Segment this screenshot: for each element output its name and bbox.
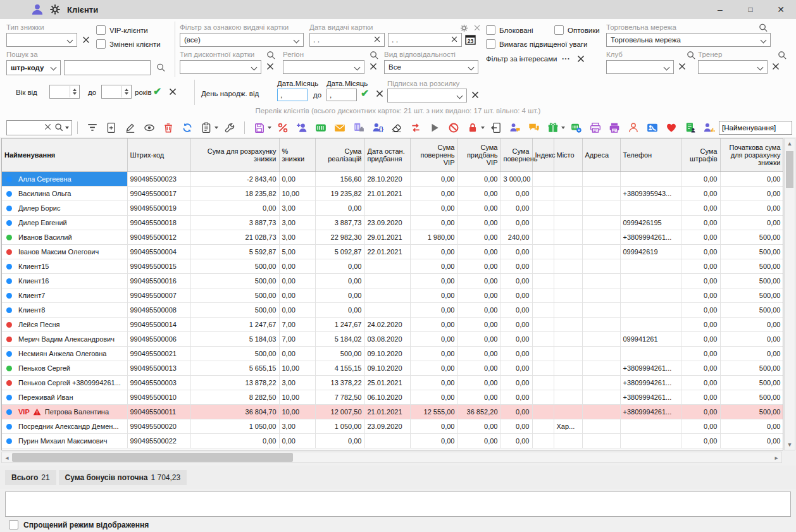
table-cell[interactable] xyxy=(582,288,620,303)
table-cell[interactable] xyxy=(532,361,554,376)
clear-date-from-icon[interactable] xyxy=(373,35,381,45)
client-name-cell[interactable]: Василина Ольга xyxy=(2,187,127,201)
table-cell[interactable] xyxy=(554,172,582,187)
interests-more-button[interactable]: ... xyxy=(562,53,570,61)
table-cell[interactable]: 0,00 xyxy=(457,245,501,259)
table-cell[interactable]: 0,00 xyxy=(410,259,457,274)
table-cell[interactable]: 09.10.2020 xyxy=(364,347,410,361)
table-cell[interactable]: 7 782,50 xyxy=(315,390,364,405)
report-person-icon[interactable] xyxy=(684,121,697,134)
table-cell[interactable]: 0999426195 xyxy=(620,216,681,230)
card-issue-select[interactable]: (все) xyxy=(180,33,304,47)
person-chat-icon[interactable] xyxy=(509,121,521,134)
table-cell[interactable] xyxy=(532,187,554,201)
table-cell[interactable]: 990495500014 xyxy=(127,318,190,332)
table-cell[interactable]: 0,00 xyxy=(720,419,783,434)
column-header[interactable]: Сума штрафів xyxy=(681,139,720,172)
table-cell[interactable] xyxy=(582,245,620,259)
table-row[interactable]: Лейся Песня9904955000141 247,677,001 247… xyxy=(2,318,783,332)
table-cell[interactable] xyxy=(532,230,554,245)
table-cell[interactable]: 990495500012 xyxy=(127,230,190,245)
search-by-select[interactable]: штр-коду xyxy=(6,60,61,75)
table-cell[interactable]: Хар... xyxy=(554,419,582,434)
table-cell[interactable]: 990495500013 xyxy=(127,361,190,376)
table-cell[interactable]: 500,00 xyxy=(720,288,783,303)
paste-icon[interactable] xyxy=(200,121,213,134)
table-cell[interactable] xyxy=(554,187,582,201)
age-to-stepper[interactable] xyxy=(101,85,132,99)
column-header[interactable]: % знижки xyxy=(279,139,315,172)
client-name-cell[interactable]: Дилер Евгений xyxy=(2,216,127,230)
table-cell[interactable]: 24.02.2020 xyxy=(364,318,410,332)
table-cell[interactable] xyxy=(582,361,620,376)
vip-clients-checkbox[interactable]: VIP-клієнти xyxy=(96,25,148,35)
table-cell[interactable] xyxy=(582,376,620,390)
table-cell[interactable]: 990495500008 xyxy=(127,303,190,318)
table-cell[interactable]: 29.01.2021 xyxy=(364,230,410,245)
card-settings-icon[interactable] xyxy=(570,121,583,134)
table-cell[interactable]: 0,00 xyxy=(681,259,720,274)
table-cell[interactable]: 0,00 xyxy=(279,303,315,318)
table-cell[interactable]: 0,00 xyxy=(501,347,532,361)
toolbar-search-clear-icon[interactable] xyxy=(44,123,52,133)
table-cell[interactable]: 3,00 xyxy=(279,201,315,216)
horizontal-scroll-thumb[interactable] xyxy=(12,453,293,462)
calendar-icon[interactable]: 23 xyxy=(465,34,476,47)
table-cell[interactable] xyxy=(532,347,554,361)
client-name-cell[interactable]: Іванов Максим Олегович xyxy=(2,245,127,259)
percent-icon[interactable] xyxy=(277,121,289,134)
table-cell[interactable] xyxy=(620,288,681,303)
save-icon[interactable] xyxy=(253,121,266,134)
table-row[interactable]: Клиент15990495500015500,000,000,000,000,… xyxy=(2,259,783,274)
table-row[interactable]: Иванов Василий99049550001221 028,733,002… xyxy=(2,230,783,245)
table-cell[interactable]: 28.10.2020 xyxy=(364,172,410,187)
table-cell[interactable]: 0,00 xyxy=(457,376,501,390)
table-cell[interactable]: 0,00 xyxy=(315,259,364,274)
table-cell[interactable] xyxy=(554,332,582,347)
table-cell[interactable] xyxy=(620,419,681,434)
table-cell[interactable]: 0,00 xyxy=(720,216,783,230)
clear-trainer-icon[interactable] xyxy=(771,62,780,71)
export-icon[interactable] xyxy=(490,121,502,134)
table-cell[interactable]: 0,00 xyxy=(681,318,720,332)
client-name-cell[interactable]: Дилер Борис xyxy=(2,201,127,216)
tools-icon[interactable] xyxy=(223,121,236,134)
table-cell[interactable]: 500,00 xyxy=(190,347,279,361)
chat-icon[interactable] xyxy=(528,121,540,134)
table-cell[interactable]: 8 282,50 xyxy=(190,390,279,405)
clear-date-to-icon[interactable] xyxy=(451,35,458,45)
table-cell[interactable]: 0,00 xyxy=(410,347,457,361)
table-cell[interactable]: 0,00 xyxy=(681,201,720,216)
table-cell[interactable]: 3,00 xyxy=(279,419,315,434)
scroll-up-icon[interactable]: ▲ xyxy=(785,139,795,149)
table-cell[interactable]: 0,00 xyxy=(457,434,501,448)
table-cell[interactable]: 0,00 xyxy=(190,434,279,448)
table-cell[interactable]: 0,00 xyxy=(681,230,720,245)
table-row[interactable]: Несмиян Анжела Олеговна990495500021500,0… xyxy=(2,347,783,361)
vertical-scrollbar[interactable]: ▲ ▼ xyxy=(784,138,795,450)
table-cell[interactable]: 09.10.2020 xyxy=(364,361,410,376)
table-cell[interactable]: +3809994261... xyxy=(620,405,681,419)
table-cell[interactable]: 0,00 xyxy=(501,376,532,390)
table-cell[interactable]: 0,00 xyxy=(410,303,457,318)
table-cell[interactable] xyxy=(554,259,582,274)
table-cell[interactable]: 0,00 xyxy=(681,390,720,405)
table-cell[interactable]: 156,60 xyxy=(315,172,364,187)
table-cell[interactable]: 0,00 xyxy=(410,419,457,434)
favorite-icon[interactable] xyxy=(665,121,678,134)
table-cell[interactable]: 0,00 xyxy=(410,332,457,347)
column-header[interactable]: Найменування xyxy=(2,139,127,172)
table-cell[interactable]: 0,00 xyxy=(410,288,457,303)
table-row[interactable]: Пурин Михаил Максимович9904955000220,000… xyxy=(2,434,783,448)
table-cell[interactable] xyxy=(554,230,582,245)
table-cell[interactable]: 990495500010 xyxy=(127,390,190,405)
table-cell[interactable]: 500,00 xyxy=(720,361,783,376)
table-cell[interactable]: 990495500022 xyxy=(127,434,190,448)
table-cell[interactable]: 0,00 xyxy=(681,245,720,259)
table-cell[interactable]: 03.08.2020 xyxy=(364,332,410,347)
client-name-cell[interactable]: Пурин Михаил Максимович xyxy=(2,434,127,448)
table-cell[interactable]: 0,00 xyxy=(501,187,532,201)
client-name-cell[interactable]: Мерич Вадим Александрович xyxy=(2,332,127,347)
table-cell[interactable]: 0,00 xyxy=(681,332,720,347)
table-cell[interactable] xyxy=(364,274,410,288)
